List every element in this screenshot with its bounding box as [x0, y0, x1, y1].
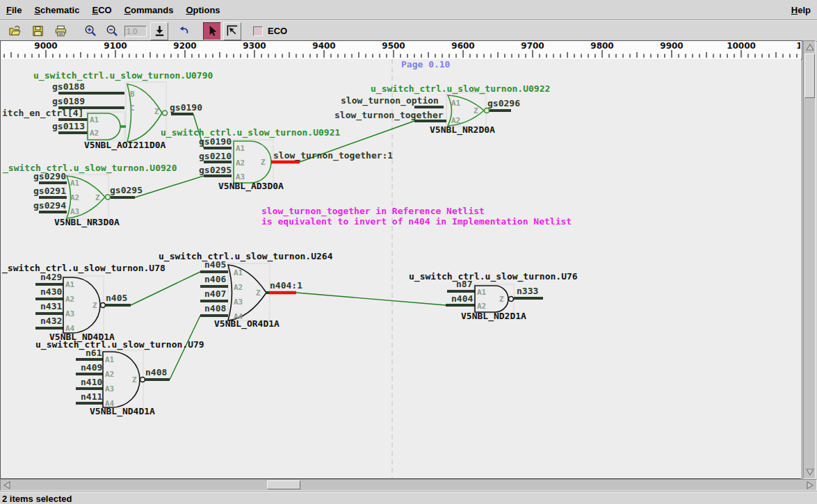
net-label-slow_turnon_together[interactable]: slow_turnon_together [334, 110, 444, 121]
inversion-bubble-icon [101, 303, 106, 308]
pin-label-A2: A2 [70, 193, 79, 202]
vertical-scroll-thumb[interactable] [804, 54, 815, 98]
scroll-right-button[interactable] [804, 480, 816, 491]
region-select-mode-button[interactable] [223, 22, 241, 40]
status-bar: 2 items selected [0, 491, 817, 504]
instance-label-U76[interactable]: u_switch_ctrl.u_slow_turnon.U76 [409, 271, 578, 282]
schematic-viewport: 9000910092009300940095009600970098009900… [0, 40, 802, 479]
gate-U0922[interactable]: slow_turnon_optionslow_turnon_togetherA1… [334, 83, 550, 136]
menu-schematic[interactable]: Schematic [28, 2, 86, 18]
net-label-gs0210[interactable]: gs0210 [199, 151, 232, 161]
pin-label-Z: Z [261, 158, 266, 167]
net-label-n431[interactable]: n431 [40, 301, 62, 311]
inversion-bubble-icon [106, 195, 111, 200]
coordinate-ruler: 9000910092009300940095009600970098009900… [0, 40, 802, 60]
gate-U0920[interactable]: gs0290gs0291gs0294A1A2A3Z_switch_ctrl.u_… [3, 163, 177, 228]
net-label-gs0291[interactable]: gs0291 [33, 186, 66, 196]
pin-label-C: C [130, 104, 135, 113]
pin-label-A2: A2 [477, 302, 486, 311]
net-label-gs0296[interactable]: gs0296 [487, 98, 520, 108]
net-label-n405[interactable]: n405 [106, 293, 127, 303]
eco-checkbox-box[interactable] [253, 26, 263, 36]
pin-label-A1: A1 [65, 280, 75, 289]
instance-label-U78[interactable]: _switch_ctrl.u_slow_turnon.U78 [2, 263, 165, 274]
net-label-n429[interactable]: n429 [40, 272, 62, 282]
net-label-gs0190[interactable]: gs0190 [199, 136, 232, 147]
net-label-n432[interactable]: n432 [40, 316, 62, 326]
gate-U79[interactable]: n61n409n410n411A1A2A3A4Zu_switch_ctrl.u_… [35, 339, 204, 417]
instance-label-U0921[interactable]: u_switch_ctrl.u_slow_turnon.U0921 [161, 127, 340, 138]
wire-n404[interactable] [296, 293, 446, 305]
zoom-in-button[interactable] [81, 22, 99, 40]
schematic-drawing[interactable]: Page 0.10gs0188gs0189itch_en_ctrl[4]gs01… [1, 59, 800, 478]
scroll-left-button[interactable] [1, 480, 13, 491]
wire-n405[interactable] [131, 272, 200, 305]
cursor-icon [206, 24, 219, 38]
celltype-label: V5NBL_ND2D1A [461, 311, 526, 322]
net-label-slow_turnon_option[interactable]: slow_turnon_option [341, 95, 439, 106]
net-label-gs0189[interactable]: gs0189 [52, 96, 85, 106]
menu-eco[interactable]: ECO [86, 2, 118, 18]
pin-label-Z: Z [474, 106, 478, 115]
instance-label-U79[interactable]: u_switch_ctrl.u_slow_turnon.U79 [35, 339, 204, 350]
print-button[interactable] [51, 22, 70, 40]
net-label-n408[interactable]: n408 [145, 367, 167, 377]
gate-U0790[interactable]: gs0188gs0189itch_en_ctrl[4]gs0113BCA1A2Z… [2, 70, 213, 151]
net-label-n408[interactable]: n408 [204, 303, 226, 314]
net-label-n404:1[interactable]: n404:1 [270, 280, 302, 291]
schematic-canvas[interactable]: Page 0.10gs0188gs0189itch_en_ctrl[4]gs01… [0, 59, 801, 479]
scroll-up-button[interactable] [804, 42, 816, 53]
scroll-down-button[interactable] [804, 466, 816, 478]
net-label-gs0294[interactable]: gs0294 [33, 200, 66, 211]
menu-help[interactable]: Help [785, 2, 817, 18]
pin-label-A1: A1 [105, 355, 115, 364]
horizontal-scroll-thumb[interactable] [267, 480, 300, 489]
vertical-scrollbar[interactable] [803, 40, 816, 479]
ruler-label: 9300 [243, 41, 266, 51]
inversion-bubble-icon [509, 297, 514, 302]
save-button[interactable] [29, 22, 47, 40]
ruler-label: 9000 [34, 41, 57, 51]
menu-bar: FileSchematicECOCommandsOptions Help [0, 0, 817, 20]
menu-commands[interactable]: Commands [118, 2, 180, 18]
horizontal-scrollbar[interactable] [0, 479, 817, 491]
net-label-gs0295[interactable]: gs0295 [199, 165, 232, 175]
inversion-bubble-icon [140, 377, 145, 382]
zoom-out-button[interactable] [103, 22, 121, 40]
select-mode-button[interactable] [203, 22, 221, 40]
apply-zoom-button[interactable] [150, 22, 168, 40]
menu-options[interactable]: Options [179, 2, 226, 18]
gate-U0921[interactable]: gs0190gs0210gs0295A1A2A3Zu_switch_ctrl.u… [161, 127, 393, 192]
gate-U76[interactable]: n87n404A1A2Zu_switch_ctrl.u_slow_turnon.… [409, 271, 578, 322]
net-label-n404[interactable]: n404 [451, 293, 473, 304]
net-label-itch_en_ctrl[4][interactable]: itch_en_ctrl[4] [2, 108, 83, 119]
wire-gs0295[interactable] [135, 176, 204, 197]
eco-checkbox[interactable]: ECO [253, 26, 287, 36]
instance-label-U0920[interactable]: _switch_ctrl.u_slow_turnon.U0920 [3, 163, 177, 174]
pin-label-A2: A2 [105, 370, 114, 379]
inversion-bubble-icon [485, 108, 490, 113]
net-label-gs0113[interactable]: gs0113 [52, 121, 85, 131]
zoom-level-field[interactable] [124, 26, 147, 37]
menu-file[interactable]: File [0, 2, 28, 18]
eco-checkbox-label: ECO [268, 26, 287, 36]
net-label-gs0190[interactable]: gs0190 [170, 102, 202, 113]
net-label-n410[interactable]: n410 [81, 377, 102, 387]
net-label-gs0188[interactable]: gs0188 [52, 81, 85, 92]
undo-button[interactable] [175, 22, 193, 40]
instance-label-U0922[interactable]: u_switch_ctrl.u_slow_turnon.U0922 [371, 83, 550, 95]
pin-label-Z: Z [154, 107, 159, 116]
net-label-n430[interactable]: n430 [40, 286, 62, 297]
net-label-gs0295[interactable]: gs0295 [110, 185, 143, 195]
open-button[interactable] [6, 22, 24, 40]
net-label-n411[interactable]: n411 [81, 391, 102, 402]
net-label-n407[interactable]: n407 [204, 288, 226, 299]
net-label-n406[interactable]: n406 [204, 274, 226, 284]
net-label-n409[interactable]: n409 [81, 362, 102, 373]
gate-U264[interactable]: n405n406n407n408A1A2A3A4Zu_switch_ctrl.u… [159, 251, 333, 330]
net-label-n333[interactable]: n333 [517, 286, 538, 296]
net-label-slow_turnon_together:1[interactable]: slow_turnon_together:1 [273, 150, 393, 161]
instance-label-U0790[interactable]: u_switch_ctrl.u_slow_turnon.U0790 [33, 70, 213, 81]
instance-label-U264[interactable]: u_switch_ctrl.u_slow_turnon.U264 [159, 251, 333, 262]
gate-U78[interactable]: n429n430n431n432A1A2A3A4Z_switch_ctrl.u_… [2, 263, 165, 343]
